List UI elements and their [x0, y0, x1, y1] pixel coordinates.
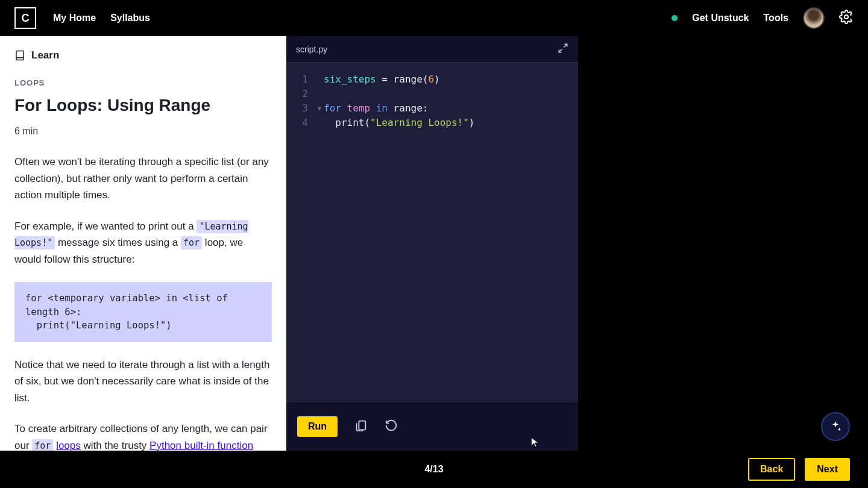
gutter-line-number: 4 [286, 116, 315, 130]
bottom-bar: 4/13 Back Next [0, 451, 868, 488]
nav-my-home[interactable]: My Home [53, 13, 96, 23]
get-unstuck-button[interactable]: Get Unstuck [692, 13, 749, 23]
python-builtin-link[interactable]: Python built-in function [149, 440, 253, 451]
next-button[interactable]: Next [805, 458, 850, 481]
editor-panel: script.py 1 six_steps = range(6) 2 3▾ fo… [286, 36, 578, 451]
lesson-code-block: for <temporary variable> in <list of len… [14, 282, 272, 342]
ai-assistant-fab[interactable] [821, 412, 850, 441]
loops-link[interactable]: loops [56, 440, 81, 451]
progress-indicator: 4/13 [424, 464, 443, 475]
inline-code: for [181, 236, 202, 249]
gutter-line-number: 3 [286, 101, 315, 116]
lesson-eyebrow: LOOPS [14, 78, 272, 87]
output-panel [578, 36, 868, 451]
tools-button[interactable]: Tools [764, 13, 788, 23]
copy-icon[interactable] [354, 419, 368, 434]
back-button[interactable]: Back [748, 458, 795, 481]
svg-point-0 [844, 15, 848, 19]
nav-syllabus[interactable]: Syllabus [110, 13, 150, 23]
gutter-line-number: 1 [286, 72, 315, 87]
fold-marker-icon[interactable]: ▾ [315, 101, 324, 116]
avatar[interactable] [803, 7, 825, 29]
editor-tab-bar: script.py [286, 36, 578, 63]
lesson-paragraph: Often we won't be iterating through a sp… [14, 154, 272, 204]
lesson-tab-label: Learn [31, 49, 59, 61]
gutter-line-number: 2 [286, 87, 315, 101]
run-button[interactable]: Run [297, 416, 338, 437]
editor-toolbar: Run [286, 402, 578, 451]
lesson-paragraph: Notice that we need to iterate through a… [14, 357, 272, 407]
book-icon [14, 50, 25, 61]
inline-code: for [32, 439, 53, 451]
status-indicator-icon [671, 15, 678, 21]
svg-rect-1 [359, 421, 365, 430]
code-editor[interactable]: 1 six_steps = range(6) 2 3▾ for temp in … [286, 63, 578, 140]
logo[interactable]: C [14, 7, 36, 29]
settings-gear-icon[interactable] [839, 10, 854, 27]
lesson-panel: Learn LOOPS For Loops: Using Range 6 min… [0, 36, 286, 451]
reset-icon[interactable] [385, 419, 398, 434]
editor-filename[interactable]: script.py [296, 45, 327, 54]
expand-icon[interactable] [558, 43, 568, 55]
lesson-paragraph: To create arbitrary collections of any l… [14, 421, 272, 451]
lesson-title: For Loops: Using Range [14, 96, 272, 115]
lesson-duration: 6 min [14, 126, 272, 137]
lesson-paragraph: For example, if we wanted to print out a… [14, 218, 272, 268]
top-bar: C My Home Syllabus Get Unstuck Tools [0, 0, 868, 36]
lesson-tab-learn[interactable]: Learn [14, 49, 272, 61]
